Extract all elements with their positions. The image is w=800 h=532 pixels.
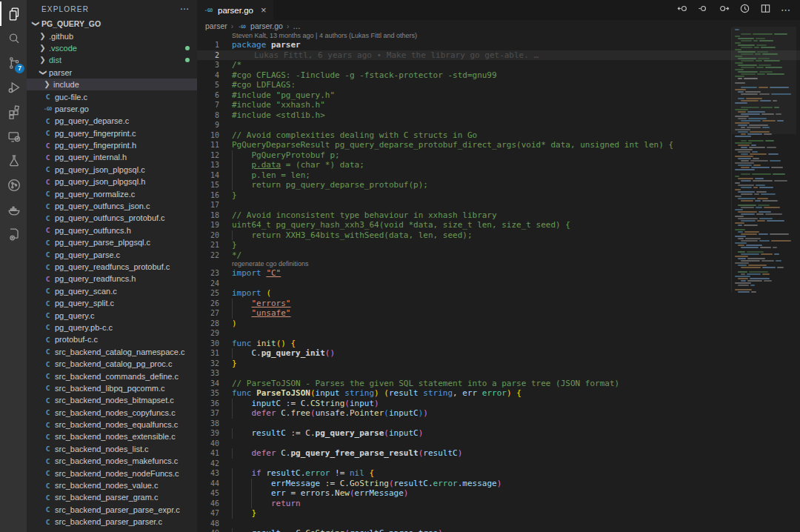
next-change-icon[interactable]: [719, 3, 730, 17]
tree-item-file[interactable]: Csrc_backend_parser_gram.c: [27, 491, 197, 503]
remote-explorer-icon[interactable]: [0, 124, 27, 148]
explorer-more-actions-icon[interactable]: ⋯: [180, 4, 190, 14]
code-line[interactable]: 21}: [197, 240, 800, 250]
code-line[interactable]: 33: [197, 368, 800, 379]
minimap[interactable]: [731, 28, 796, 293]
code-line[interactable]: 23import "C": [197, 268, 800, 279]
tree-item-file[interactable]: Cpg_query_parse_plpgsql.c: [27, 236, 197, 248]
tree-item-file[interactable]: Csrc_backend_nodes_makefuncs.c: [27, 455, 197, 467]
tree-item-file[interactable]: Csrc_backend_nodes_value.c: [27, 479, 197, 491]
code-line[interactable]: 39 resultC := C.pg_query_parse(inputC): [197, 428, 800, 439]
code-line[interactable]: 49 result = C.GoString(resultC.parse_tre…: [197, 528, 800, 532]
tree-item-file[interactable]: Cpg_query_internal.h: [27, 151, 197, 163]
code-line[interactable]: 10// Avoid complexities dealing with C s…: [197, 130, 800, 141]
code-line[interactable]: 13 p.data = (char *) data;: [197, 160, 800, 170]
code-line[interactable]: 36 inputC := C.CString(input): [197, 399, 800, 409]
code-line[interactable]: 34// ParseToJSON - Parses the given SQL …: [197, 379, 800, 389]
code-line[interactable]: 17: [197, 200, 800, 210]
code-editor[interactable]: Steven Kalt, 13 months ago | 4 authors (…: [197, 32, 800, 532]
breadcrumb-item[interactable]: …: [293, 21, 301, 30]
code-line[interactable]: 29: [197, 328, 800, 339]
code-line[interactable]: 27 "unsafe": [197, 308, 800, 319]
code-line[interactable]: 25import (: [197, 288, 800, 299]
code-line[interactable]: 45 err = errors.New(errMessage): [197, 488, 800, 499]
code-line[interactable]: 22*/: [197, 250, 800, 261]
tree-item-file[interactable]: Cpg_query_normalize.c: [27, 187, 197, 199]
tree-item-file[interactable]: Cpg_query_parse.c: [27, 248, 197, 260]
tree-item-file[interactable]: Cpg_query.c: [27, 309, 197, 321]
tree-item-file[interactable]: -GOparser.go: [27, 103, 197, 115]
code-line[interactable]: 24: [197, 279, 800, 289]
tree-item-file[interactable]: Csrc_backend_nodes_extensible.c: [27, 430, 197, 442]
code-line[interactable]: 1package parser: [197, 40, 800, 50]
tree-item-file[interactable]: Csrc_backend_nodes_nodeFuncs.c: [27, 467, 197, 479]
code-line[interactable]: 4#cgo CFLAGS: -Iinclude -g -fstack-prote…: [197, 70, 800, 81]
codelens-action[interactable]: regenerate cgo definitions: [197, 260, 800, 268]
tree-item-file[interactable]: Cpg_query_readfuncs_protobuf.c: [27, 261, 197, 273]
tree-item-folder[interactable]: ❯PG_QUERY_GO: [27, 18, 197, 30]
code-line[interactable]: 30func init() {: [197, 339, 800, 349]
extensions-icon[interactable]: [0, 99, 27, 124]
split-editor-icon[interactable]: [760, 3, 771, 17]
tree-item-file[interactable]: Cpg_query_deparse.c: [27, 115, 197, 127]
tab-parser-go[interactable]: -GO parser.go ×: [197, 0, 273, 20]
code-line[interactable]: 14 p.len = len;: [197, 170, 800, 181]
source-control-icon[interactable]: 7: [0, 50, 27, 75]
code-line[interactable]: 44 errMessage := C.GoString(resultC.erro…: [197, 479, 800, 489]
code-line[interactable]: 35func ParseToJSON(input string) (result…: [197, 388, 800, 399]
code-line[interactable]: 18// Avoid inconsistent type behaviour i…: [197, 210, 800, 221]
explorer-icon[interactable]: [0, 1, 27, 26]
code-line[interactable]: 43 if resultC.error != nil {: [197, 468, 800, 479]
tree-item-folder[interactable]: ❯parser: [27, 67, 197, 79]
tree-item-file[interactable]: Cpg_query_readfuncs.h: [27, 273, 197, 285]
tree-item-file[interactable]: Cpg_query_fingerprint.c: [27, 127, 197, 139]
code-line[interactable]: 16}: [197, 190, 800, 201]
tree-item-file[interactable]: Cpg_query_json_plpgsql.c: [27, 164, 197, 176]
tree-item-file[interactable]: Cpg_query_json_plpgsql.h: [27, 176, 197, 187]
more-actions-icon[interactable]: ⋯: [781, 4, 791, 16]
code-line[interactable]: 9: [197, 120, 800, 130]
tree-item-file[interactable]: Csrc_backend_libpq_pqcomm.c: [27, 382, 197, 394]
code-line[interactable]: 7#include "xxhash.h": [197, 100, 800, 110]
gitlens-icon[interactable]: [0, 173, 27, 197]
code-line[interactable]: 19uint64_t pg_query_hash_xxh3_64(void *d…: [197, 220, 800, 230]
tree-item-file[interactable]: Cpg_query_fingerprint.h: [27, 139, 197, 151]
search-icon[interactable]: [0, 26, 27, 50]
code-line[interactable]: 15 return pg_query_deparse_protobuf(p);: [197, 180, 800, 190]
breadcrumb-item[interactable]: parser: [205, 21, 227, 30]
code-line[interactable]: 42: [197, 459, 800, 469]
code-line[interactable]: 6#include "pg_query.h": [197, 90, 800, 101]
code-line[interactable]: 48: [197, 519, 800, 529]
tree-item-file[interactable]: Csrc_backend_parser_parser.c: [27, 516, 197, 528]
tree-item-file[interactable]: Csrc_backend_nodes_equalfuncs.c: [27, 419, 197, 430]
run-debug-icon[interactable]: [0, 75, 27, 99]
file-settings-icon[interactable]: [0, 222, 27, 246]
tree-item-file[interactable]: Cpg_query_outfuncs_json.c: [27, 200, 197, 212]
code-line[interactable]: 32}: [197, 359, 800, 369]
code-line[interactable]: 37 defer C.free(unsafe.Pointer(inputC)): [197, 408, 800, 419]
tree-item-file[interactable]: Cpg_query_outfuncs_protobuf.c: [27, 212, 197, 224]
tree-item-file[interactable]: Cpg_query_outfuncs.h: [27, 225, 197, 236]
file-history-icon[interactable]: [739, 3, 750, 17]
docker-icon[interactable]: [0, 197, 27, 222]
tree-item-file[interactable]: Cguc-file.c: [27, 90, 197, 102]
code-line[interactable]: 26 "errors": [197, 299, 800, 309]
tree-item-file[interactable]: Cpg_query_scan.c: [27, 285, 197, 297]
code-line[interactable]: 12 PgQueryProtobuf p;: [197, 150, 800, 161]
code-line[interactable]: 47 }: [197, 508, 800, 519]
previous-change-icon[interactable]: [677, 3, 688, 17]
tree-item-file[interactable]: Csrc_backend_nodes_copyfuncs.c: [27, 407, 197, 419]
tab-close-icon[interactable]: ×: [261, 4, 267, 16]
tree-item-file[interactable]: Csrc_backend_commands_define.c: [27, 370, 197, 382]
code-line[interactable]: 31 C.pg_query_init(): [197, 348, 800, 359]
tree-item-file[interactable]: Cpg_query_split.c: [27, 297, 197, 309]
code-line[interactable]: 38: [197, 419, 800, 429]
tree-item-file[interactable]: Cprotobuf-c.c: [27, 333, 197, 345]
test-beaker-icon[interactable]: [0, 148, 27, 173]
code-line[interactable]: 28): [197, 319, 800, 329]
tree-item-folder[interactable]: ❯include: [27, 79, 197, 90]
tree-item-file[interactable]: Csrc_backend_parser_parse_expr.c: [27, 504, 197, 516]
code-line[interactable]: 2Lukas Fittl, 6 years ago • Make the lib…: [197, 50, 800, 61]
tree-item-file[interactable]: Cpg_query.pb-c.c: [27, 322, 197, 333]
code-line[interactable]: 5#cgo LDFLAGS:: [197, 80, 800, 90]
